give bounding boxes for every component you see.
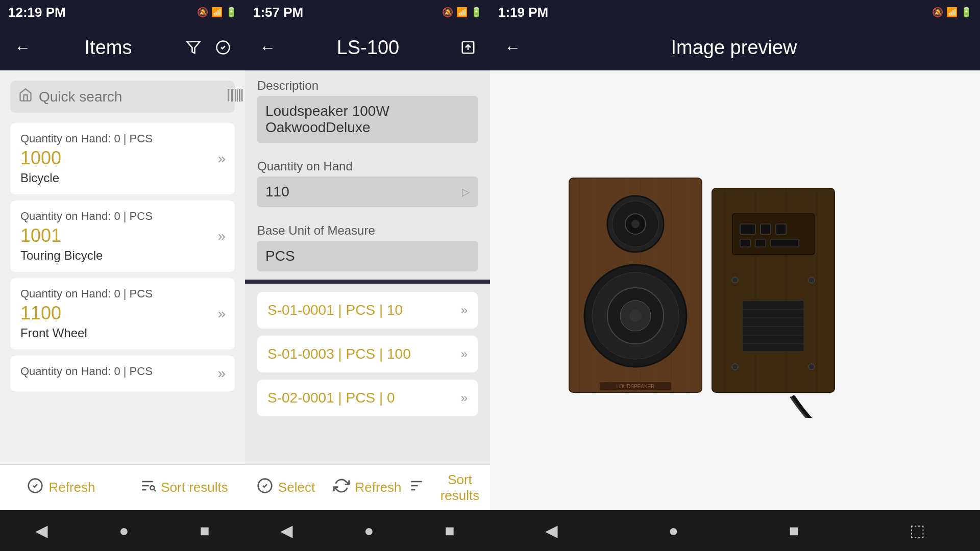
- item-card-3[interactable]: Quantity on Hand: 0 | PCS »: [10, 356, 235, 391]
- item-card-1[interactable]: Quantity on Hand: 0 | PCS 1001 Touring B…: [10, 201, 235, 272]
- item-name-0: Bicycle: [20, 171, 225, 185]
- ledger-text-2: S-02-0001 | PCS | 0: [267, 390, 395, 406]
- check-button[interactable]: [213, 38, 233, 57]
- back-button-1[interactable]: ←: [12, 36, 33, 59]
- expand-icon[interactable]: ▷: [462, 186, 470, 198]
- svg-marker-0: [187, 42, 200, 54]
- refresh-label-1: Refresh: [48, 480, 95, 495]
- recent-nav-2[interactable]: ■: [429, 516, 470, 545]
- sort-label-1: Sort results: [161, 480, 228, 495]
- signal-icon-3: 📶: [946, 7, 958, 18]
- items-content: Quantity on Hand: 0 | PCS 1000 Bicycle »…: [0, 70, 245, 464]
- svg-rect-53: [761, 224, 771, 234]
- refresh-label-2: Refresh: [355, 480, 401, 495]
- refresh-icon-1: [27, 478, 43, 498]
- qty-value: 110 ▷: [257, 177, 478, 207]
- svg-rect-4: [231, 89, 233, 102]
- recent-nav-3[interactable]: ■: [774, 516, 814, 545]
- sort-button-2[interactable]: Sort results: [408, 465, 490, 510]
- page-title-3: Image preview: [671, 37, 797, 59]
- svg-rect-55: [740, 239, 750, 247]
- ledger-arrow-0: »: [461, 303, 468, 317]
- item-qty-0: Quantity on Hand: 0 | PCS: [20, 132, 225, 145]
- nav-bar-2: ◀ ● ■: [245, 510, 490, 551]
- back-button-3[interactable]: ←: [502, 36, 523, 59]
- status-bar-2: 1:57 PM 🔕 📶 🔋: [245, 0, 490, 24]
- status-icons-3: 🔕 📶 🔋: [932, 7, 972, 18]
- barcode-icon[interactable]: [228, 89, 243, 105]
- search-torch-icon: [18, 88, 33, 106]
- speaker-image: LOUDSPEAKER: [544, 163, 926, 418]
- status-icons-1: 🔕 📶 🔋: [197, 7, 237, 18]
- item-qty-3: Quantity on Hand: 0 | PCS: [20, 365, 225, 378]
- item-arrow-3: »: [217, 365, 226, 382]
- upload-button[interactable]: [458, 38, 478, 57]
- status-time-2: 1:57 PM: [253, 5, 303, 20]
- svg-rect-5: [234, 89, 234, 102]
- back-button-2[interactable]: ←: [257, 36, 278, 59]
- item-name-1: Touring Bicycle: [20, 248, 225, 263]
- item-qty-1: Quantity on Hand: 0 | PCS: [20, 210, 225, 223]
- panel-detail: 1:57 PM 🔕 📶 🔋 ← LS-100 Description Louds…: [245, 0, 490, 551]
- select-button[interactable]: Select: [245, 465, 327, 510]
- page-title-1: Items: [85, 37, 132, 59]
- notification-icon: 🔕: [197, 7, 208, 18]
- header-actions-1: [184, 38, 233, 57]
- search-input[interactable]: [39, 89, 222, 105]
- svg-rect-57: [771, 239, 799, 247]
- svg-text:LOUDSPEAKER: LOUDSPEAKER: [616, 384, 654, 389]
- svg-rect-52: [740, 224, 755, 234]
- extra-nav-3[interactable]: ⬚: [894, 516, 940, 545]
- back-nav-1[interactable]: ◀: [20, 516, 63, 545]
- ledger-arrow-1: »: [461, 347, 468, 361]
- home-nav-1[interactable]: ●: [104, 516, 144, 545]
- item-arrow-0: »: [217, 151, 226, 167]
- battery-icon-3: 🔋: [961, 7, 972, 18]
- ledger-text-0: S-01-0001 | PCS | 10: [267, 302, 403, 318]
- home-nav-3[interactable]: ●: [653, 516, 694, 545]
- sort-label-2: Sort results: [430, 472, 490, 504]
- signal-icon-2: 📶: [456, 7, 468, 18]
- recent-nav-1[interactable]: ■: [184, 516, 225, 545]
- back-nav-2[interactable]: ◀: [265, 516, 308, 545]
- ledger-card-1[interactable]: S-01-0003 | PCS | 100 »: [257, 336, 478, 372]
- home-nav-2[interactable]: ●: [349, 516, 389, 545]
- svg-rect-7: [237, 89, 238, 102]
- notification-icon-2: 🔕: [442, 7, 453, 18]
- sort-icon-2: [408, 478, 425, 498]
- top-bar-1: ← Items: [0, 24, 245, 70]
- page-title-2: LS-100: [337, 37, 400, 59]
- svg-point-35: [631, 220, 640, 228]
- item-card-0[interactable]: Quantity on Hand: 0 | PCS 1000 Bicycle »: [10, 123, 235, 194]
- section-divider: [245, 280, 490, 284]
- status-bar-3: 1:19 PM 🔕 📶 🔋: [490, 0, 980, 24]
- ledger-text-1: S-01-0003 | PCS | 100: [267, 346, 411, 362]
- qty-group: Quantity on Hand 110 ▷: [245, 151, 490, 215]
- svg-point-15: [151, 486, 155, 490]
- item-code-2: 1100: [20, 303, 225, 324]
- item-card-2[interactable]: Quantity on Hand: 0 | PCS 1100 Front Whe…: [10, 278, 235, 349]
- select-icon: [257, 478, 273, 498]
- qty-label: Quantity on Hand: [257, 159, 478, 173]
- filter-button[interactable]: [184, 38, 203, 57]
- svg-point-59: [808, 277, 815, 283]
- refresh-button-1[interactable]: Refresh: [0, 465, 122, 510]
- nav-bar-3: ◀ ● ■ ⬚: [490, 510, 980, 551]
- top-bar-3: ← Image preview: [490, 24, 980, 70]
- status-time-3: 1:19 PM: [498, 5, 548, 20]
- svg-rect-3: [230, 89, 230, 102]
- item-qty-2: Quantity on Hand: 0 | PCS: [20, 287, 225, 300]
- svg-rect-54: [776, 224, 786, 234]
- ledger-list: S-01-0001 | PCS | 10 » S-01-0003 | PCS |…: [245, 284, 490, 464]
- back-nav-3[interactable]: ◀: [530, 516, 573, 545]
- battery-icon-2: 🔋: [471, 7, 482, 18]
- status-icons-2: 🔕 📶 🔋: [442, 7, 482, 18]
- refresh-icon-2: [333, 478, 350, 498]
- refresh-button-2[interactable]: Refresh: [327, 465, 408, 510]
- item-arrow-2: »: [217, 306, 226, 322]
- notification-icon-3: 🔕: [932, 7, 943, 18]
- sort-button-1[interactable]: Sort results: [122, 465, 245, 510]
- ledger-card-0[interactable]: S-01-0001 | PCS | 10 »: [257, 292, 478, 329]
- image-preview-area: LOUDSPEAKER: [490, 70, 980, 510]
- ledger-card-2[interactable]: S-02-0001 | PCS | 0 »: [257, 380, 478, 416]
